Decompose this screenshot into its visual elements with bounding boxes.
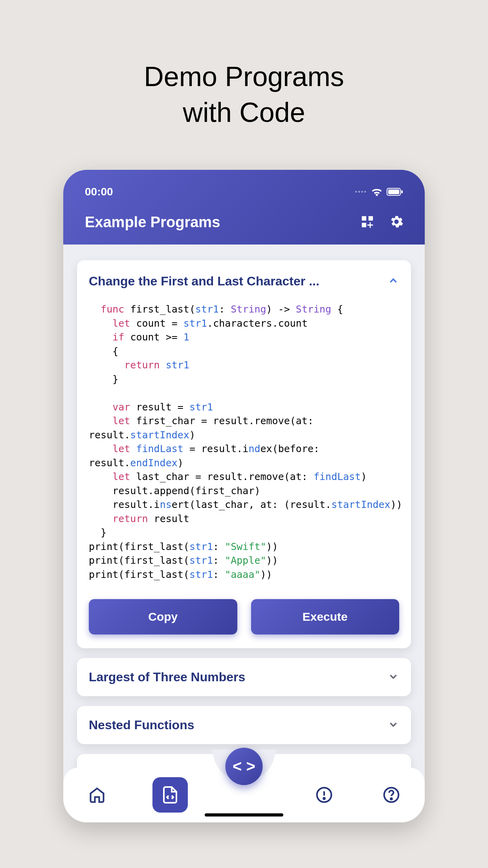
program-title: Change the First and Last Character ...	[89, 274, 319, 289]
fab-code-button[interactable]: < >	[226, 748, 263, 785]
svg-point-8	[323, 798, 325, 799]
program-title: Nested Functions	[89, 718, 194, 732]
action-row: Copy Execute	[89, 599, 399, 634]
nav-home[interactable]	[85, 783, 109, 807]
nav-examples[interactable]	[152, 777, 188, 813]
wifi-icon	[371, 187, 383, 197]
nav-alert[interactable]	[312, 783, 336, 807]
phone-frame: 00:00 •••• Example Programs Change the F	[63, 170, 425, 822]
nav-spacer	[231, 783, 269, 807]
home-icon	[88, 786, 106, 804]
alert-circle-icon	[316, 786, 333, 804]
grid-add-icon[interactable]	[361, 215, 374, 230]
chevron-up-icon[interactable]	[387, 275, 399, 288]
promo-line2: with Code	[144, 95, 344, 131]
svg-rect-4	[369, 216, 373, 220]
collapsed-program-card[interactable]: Largest of Three Numbers	[77, 658, 411, 696]
svg-rect-5	[362, 223, 366, 227]
chevron-down-icon[interactable]	[387, 719, 399, 732]
battery-icon	[387, 188, 403, 196]
cellular-icon: ••••	[355, 188, 367, 195]
gear-icon[interactable]	[390, 215, 403, 230]
content-area[interactable]: Change the First and Last Character ... …	[63, 245, 425, 822]
chevron-down-icon[interactable]	[387, 671, 399, 684]
execute-button[interactable]: Execute	[251, 599, 400, 634]
program-title: Largest of Three Numbers	[89, 670, 245, 684]
app-header: Example Programs	[63, 206, 425, 245]
card-header[interactable]: Change the First and Last Character ...	[89, 274, 399, 289]
app-header-bar: 00:00 •••• Example Programs	[63, 170, 425, 245]
promo-line1: Demo Programs	[144, 59, 344, 95]
nav-help[interactable]	[380, 783, 403, 807]
page-title: Example Programs	[85, 214, 220, 231]
code-angles-icon: < >	[233, 758, 255, 775]
copy-button[interactable]: Copy	[89, 599, 237, 634]
home-indicator	[205, 813, 283, 817]
svg-rect-1	[388, 189, 399, 194]
promo-title: Demo Programs with Code	[144, 59, 344, 131]
help-circle-icon	[383, 786, 400, 804]
file-code-icon	[161, 785, 180, 804]
expanded-program-card: Change the First and Last Character ... …	[77, 260, 411, 648]
status-time: 00:00	[85, 186, 113, 198]
svg-rect-3	[362, 216, 366, 220]
code-block: func first_last(str1: String) -> String …	[89, 302, 399, 581]
svg-point-10	[391, 798, 392, 800]
status-icons: ••••	[355, 187, 403, 197]
collapsed-program-card[interactable]: Nested Functions	[77, 706, 411, 744]
status-bar: 00:00 ••••	[63, 182, 425, 206]
svg-rect-2	[401, 190, 403, 193]
header-actions	[361, 215, 403, 230]
